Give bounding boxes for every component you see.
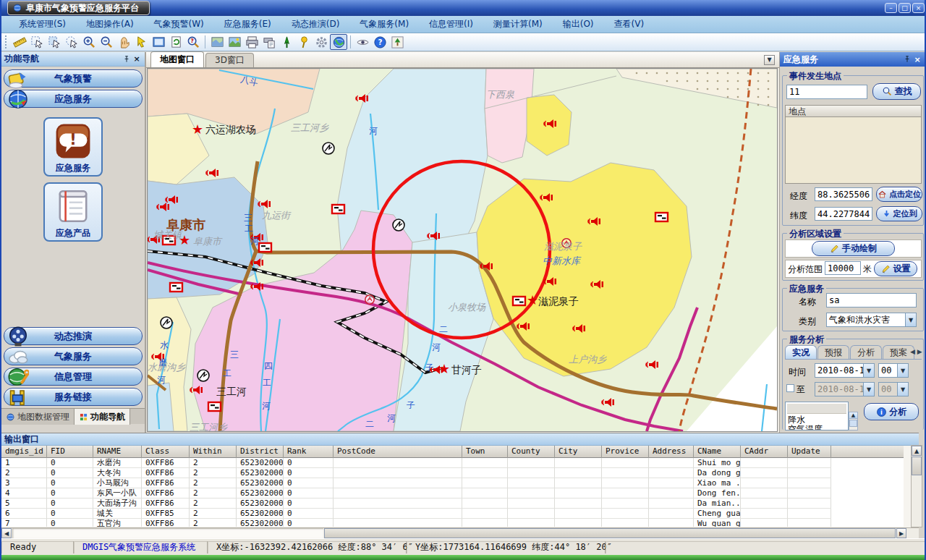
table-cell[interactable]	[462, 509, 508, 519]
table-cell[interactable]: 2	[190, 468, 237, 478]
table-cell[interactable]: 652302000	[237, 478, 284, 488]
scroll-left-icon[interactable]: ◀	[1, 528, 12, 538]
column-header-dmgis_id[interactable]: dmgis_id	[1, 446, 47, 458]
menu-item-3[interactable]: 气象预警(W)	[144, 18, 214, 30]
print-button[interactable]	[243, 34, 260, 50]
table-cell[interactable]: 4	[1, 488, 47, 499]
menu-item-10[interactable]: 查看(V)	[604, 18, 655, 30]
hour2-combo[interactable]: 00▼	[878, 382, 909, 396]
scroll-track[interactable]	[12, 528, 323, 538]
table-cell[interactable]	[602, 478, 649, 488]
nav-group-气象服务[interactable]: 气象服务	[4, 347, 143, 365]
table-cell[interactable]: 水磨沟	[93, 458, 142, 468]
table-cell[interactable]	[788, 499, 831, 509]
column-header-RNAME[interactable]: RNAME	[93, 446, 142, 458]
table-cell[interactable]	[788, 468, 831, 478]
table-cell[interactable]	[741, 499, 788, 509]
range-set-button[interactable]: 设置	[874, 261, 917, 276]
table-cell[interactable]: 0XFF86	[142, 478, 190, 488]
service-name-input[interactable]	[826, 293, 917, 307]
restore-button[interactable]: □	[899, 3, 911, 13]
table-cell[interactable]: 2	[190, 499, 237, 509]
table-cell[interactable]: 0	[284, 488, 334, 499]
column-header-Within[interactable]: Within	[190, 446, 237, 458]
table-cell[interactable]: 五官沟	[93, 519, 142, 527]
table-cell[interactable]	[508, 478, 555, 488]
locate-pin-button[interactable]	[295, 34, 313, 50]
longitude-input[interactable]	[815, 187, 872, 201]
map-tab-3D窗口[interactable]: 3D窗口	[205, 53, 254, 67]
element-item[interactable]: 空气温度	[786, 425, 848, 430]
table-cell[interactable]	[741, 458, 788, 468]
table-cell[interactable]: Shui mo gou	[694, 458, 741, 468]
table-cell[interactable]	[788, 488, 831, 499]
analysis-range-input[interactable]	[825, 261, 861, 275]
scroll-thumb[interactable]	[912, 457, 922, 475]
table-cell[interactable]	[508, 509, 555, 519]
analysis-tab-分析[interactable]: 分析	[850, 345, 882, 359]
table-cell[interactable]	[462, 478, 508, 488]
full-extent-button[interactable]	[150, 34, 167, 50]
settings-button[interactable]	[313, 34, 330, 50]
table-cell[interactable]	[741, 509, 788, 519]
menu-item-7[interactable]: 信息管理(I)	[419, 18, 483, 30]
table-cell[interactable]: 大面场子沟	[93, 499, 142, 509]
table-cell[interactable]	[741, 478, 788, 488]
table-cell[interactable]: Cheng guan	[694, 509, 741, 519]
chevron-down-icon[interactable]: ▼	[863, 364, 874, 377]
panel-tab-功能导航[interactable]: 功能导航	[75, 409, 130, 425]
place-list[interactable]	[785, 117, 922, 184]
table-cell[interactable]	[508, 468, 555, 478]
table-cell[interactable]	[741, 488, 788, 499]
column-header-Provice[interactable]: Provice	[602, 446, 649, 458]
table-cell[interactable]	[462, 499, 508, 509]
date-combo[interactable]: 2010-08-13▼	[815, 363, 875, 378]
table-cell[interactable]	[649, 478, 694, 488]
chevron-down-icon[interactable]: ▼	[863, 383, 874, 396]
table-cell[interactable]: 0	[47, 509, 93, 519]
table-cell[interactable]	[649, 519, 694, 527]
select-arrow-button[interactable]	[28, 34, 46, 50]
table-cell[interactable]	[508, 488, 555, 499]
table-cell[interactable]: 0	[47, 478, 93, 488]
to-checkbox[interactable]	[786, 384, 794, 392]
nav-group-服务链接[interactable]: 服务链接	[4, 388, 143, 406]
table-cell[interactable]	[555, 478, 602, 488]
table-cell[interactable]: 0	[284, 519, 334, 527]
table-cell[interactable]	[788, 509, 831, 519]
content-button-应急服务[interactable]: !应急服务	[43, 117, 103, 177]
table-cell[interactable]: 小马厩沟	[93, 478, 142, 488]
toolbar-grip[interactable]	[5, 35, 9, 48]
close-icon[interactable]: ×	[132, 54, 142, 64]
table-cell[interactable]: 652302000	[237, 499, 284, 509]
table-cell[interactable]	[602, 488, 649, 499]
navigate-button[interactable]	[278, 34, 295, 50]
table-cell[interactable]	[462, 519, 508, 527]
table-cell[interactable]	[334, 509, 462, 519]
table-cell[interactable]: 0XFF86	[142, 488, 190, 499]
table-cell[interactable]	[555, 499, 602, 509]
table-cell[interactable]	[741, 468, 788, 478]
nav-group-应急服务[interactable]: 应急服务	[4, 90, 143, 108]
table-cell[interactable]: 652302000	[237, 458, 284, 468]
table-cell[interactable]: 0XFF86	[142, 519, 190, 527]
table-cell[interactable]	[555, 519, 602, 527]
hour-combo[interactable]: 00▼	[878, 363, 909, 378]
table-cell[interactable]: 0XFF86	[142, 468, 190, 478]
table-cell[interactable]: 0	[47, 468, 93, 478]
table-cell[interactable]	[508, 519, 555, 527]
nav-group-信息管理[interactable]: 信息管理	[4, 368, 143, 386]
pointer-button[interactable]	[132, 34, 150, 50]
table-cell[interactable]: 0XFF86	[142, 499, 190, 509]
table-cell[interactable]: 0	[47, 488, 93, 499]
facility-icon[interactable]	[197, 370, 209, 381]
menu-item-8[interactable]: 测量计算(M)	[483, 18, 553, 30]
table-cell[interactable]: Dong fen...	[694, 488, 741, 499]
table-cell[interactable]: 0XFF85	[142, 509, 190, 519]
table-cell[interactable]: 2	[190, 458, 237, 468]
table-cell[interactable]: 0	[284, 499, 334, 509]
table-cell[interactable]: 652302000	[237, 488, 284, 499]
scroll-up-icon[interactable]: ▲	[912, 446, 922, 456]
globe-button[interactable]	[330, 34, 347, 50]
table-cell[interactable]	[649, 499, 694, 509]
